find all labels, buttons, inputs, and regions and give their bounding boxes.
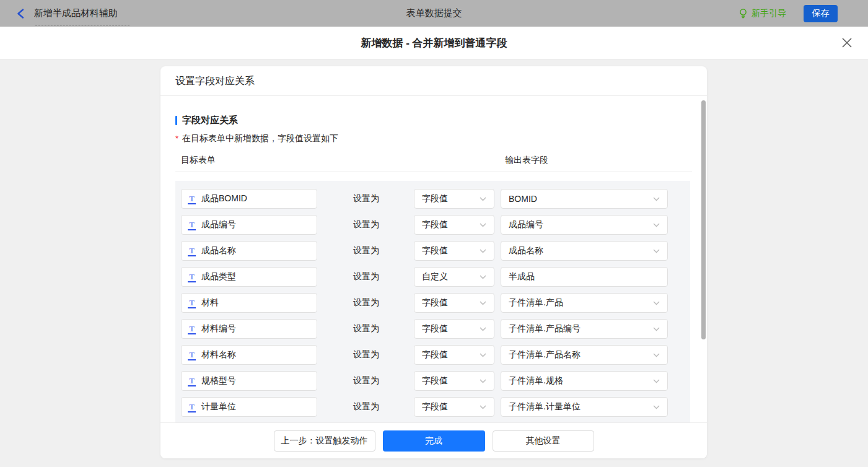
text-field-icon: T: [188, 298, 196, 308]
field-mapping-row: T材料设置为字段值子件清单.产品: [181, 293, 690, 313]
target-field-label: 成品编号: [201, 219, 236, 230]
previous-step-button[interactable]: 上一步：设置触发动作: [274, 430, 375, 452]
field-mapping-card: 设置字段对应关系 字段对应关系 *在目标表单中新增数据，字段值设置如下 目标表单…: [160, 66, 707, 458]
value-select[interactable]: 成品编号: [501, 215, 668, 235]
field-mapping-row: T成品BOMID设置为字段值BOMID: [181, 189, 690, 209]
target-field-box[interactable]: T成品名称: [181, 241, 317, 261]
target-field-label: 成品名称: [201, 245, 236, 256]
target-field-box[interactable]: T规格型号: [181, 371, 317, 391]
field-mapping-row: T规格型号设置为字段值子件清单.规格: [181, 371, 690, 391]
target-field-box[interactable]: T材料: [181, 293, 317, 313]
value-text: BOMID: [509, 194, 537, 204]
card-footer: 上一步：设置触发动作 完成 其他设置: [160, 422, 707, 458]
save-button[interactable]: 保存: [804, 5, 838, 22]
value-input[interactable]: 半成品: [501, 267, 668, 287]
set-as-label: 设置为: [353, 375, 380, 386]
chevron-down-icon: [653, 223, 660, 227]
mode-select-value: 自定义: [422, 271, 448, 282]
beginner-guide-button[interactable]: 新手引导: [739, 8, 786, 19]
chevron-left-icon: [16, 9, 25, 19]
section-accent-bar: [175, 116, 177, 125]
value-text: 子件清单.计量单位: [509, 401, 581, 412]
target-field-box[interactable]: T成品类型: [181, 267, 317, 287]
flow-name-underline: [35, 25, 129, 26]
field-mapping-row: T成品名称设置为字段值成品名称: [181, 241, 690, 261]
node-type-title: 表单数据提交: [0, 7, 868, 19]
field-mapping-list: T成品BOMID设置为字段值BOMIDT成品编号设置为字段值成品编号T成品名称设…: [175, 181, 690, 428]
field-mapping-row: T材料名称设置为字段值子件清单.产品名称: [181, 345, 690, 365]
top-app-bar: 新增半成品材料辅助 表单数据提交 新手引导 保存: [0, 0, 868, 27]
value-select[interactable]: 子件清单.产品: [501, 293, 668, 313]
mode-select-value: 字段值: [422, 193, 448, 204]
vertical-scrollbar-thumb[interactable]: [701, 100, 706, 339]
mode-select[interactable]: 字段值: [414, 189, 494, 209]
modal-body: 设置字段对应关系 字段对应关系 *在目标表单中新增数据，字段值设置如下 目标表单…: [0, 59, 868, 467]
target-field-label: 材料编号: [201, 323, 236, 334]
value-text: 子件清单.产品: [509, 297, 563, 308]
chevron-down-icon: [653, 301, 660, 305]
value-select[interactable]: 成品名称: [501, 241, 668, 261]
flow-name-label: 新增半成品材料辅助: [34, 7, 118, 19]
target-field-box[interactable]: T材料编号: [181, 319, 317, 339]
target-field-box[interactable]: T材料名称: [181, 345, 317, 365]
column-headers: 目标表单 输出表字段: [175, 155, 692, 167]
mode-select[interactable]: 字段值: [414, 345, 494, 365]
value-select[interactable]: 子件清单.产品名称: [501, 345, 668, 365]
value-select[interactable]: BOMID: [501, 189, 668, 209]
text-field-icon: T: [188, 272, 196, 282]
mode-select[interactable]: 字段值: [414, 371, 494, 391]
value-select[interactable]: 子件清单.规格: [501, 371, 668, 391]
chevron-down-icon: [480, 275, 486, 279]
column-divider: [175, 172, 692, 172]
text-field-icon: T: [188, 376, 196, 386]
required-asterisk: *: [175, 134, 178, 143]
modal-title: 新增数据 - 合并新增到普通字段: [361, 36, 507, 50]
mode-select[interactable]: 字段值: [414, 397, 494, 417]
mode-select[interactable]: 自定义: [414, 267, 494, 287]
field-mapping-row: T成品类型设置为自定义半成品: [181, 267, 690, 287]
text-field-icon: T: [188, 350, 196, 360]
set-as-label: 设置为: [353, 297, 380, 308]
set-as-label: 设置为: [353, 349, 380, 360]
chevron-down-icon: [480, 223, 486, 227]
other-settings-button[interactable]: 其他设置: [493, 430, 594, 452]
chevron-down-icon: [480, 197, 486, 201]
target-field-label: 计量单位: [201, 401, 236, 412]
chevron-down-icon: [653, 197, 660, 201]
mode-select[interactable]: 字段值: [414, 319, 494, 339]
target-field-label: 成品BOMID: [201, 193, 247, 204]
mode-select[interactable]: 字段值: [414, 293, 494, 313]
mode-select-value: 字段值: [422, 245, 448, 256]
set-as-label: 设置为: [353, 219, 380, 230]
set-as-label: 设置为: [353, 245, 380, 256]
chevron-down-icon: [653, 379, 660, 383]
target-field-box[interactable]: T计量单位: [181, 397, 317, 417]
back-button[interactable]: 新增半成品材料辅助: [16, 7, 118, 19]
text-field-icon: T: [188, 220, 196, 230]
lightbulb-icon: [739, 8, 748, 19]
value-select[interactable]: 子件清单.产品编号: [501, 319, 668, 339]
value-text: 子件清单.产品名称: [509, 349, 581, 360]
target-field-box[interactable]: T成品BOMID: [181, 189, 317, 209]
value-text: 成品名称: [509, 245, 543, 256]
close-icon[interactable]: [841, 37, 853, 48]
text-field-icon: T: [188, 246, 196, 256]
value-text: 半成品: [509, 271, 535, 282]
set-as-label: 设置为: [353, 401, 380, 412]
chevron-down-icon: [480, 327, 486, 331]
done-button[interactable]: 完成: [383, 430, 485, 452]
text-field-icon: T: [188, 324, 196, 334]
modal-title-bar: 新增数据 - 合并新增到普通字段: [0, 27, 868, 59]
mode-select[interactable]: 字段值: [414, 241, 494, 261]
target-field-label: 材料: [201, 297, 219, 308]
mode-select-value: 字段值: [422, 375, 448, 386]
target-field-box[interactable]: T成品编号: [181, 215, 317, 235]
chevron-down-icon: [480, 301, 486, 305]
value-select[interactable]: 子件清单.计量单位: [501, 397, 668, 417]
text-field-icon: T: [188, 194, 196, 204]
mode-select[interactable]: 字段值: [414, 215, 494, 235]
mode-select-value: 字段值: [422, 401, 448, 412]
field-mapping-row: T计量单位设置为字段值子件清单.计量单位: [181, 397, 690, 417]
value-text: 子件清单.产品编号: [509, 323, 581, 334]
mode-select-value: 字段值: [422, 297, 448, 308]
